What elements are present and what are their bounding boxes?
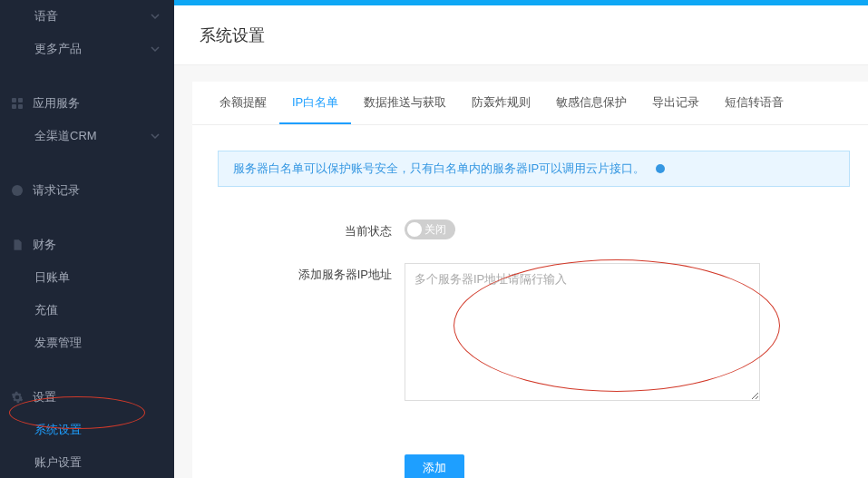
file-icon bbox=[11, 239, 24, 251]
sidebar-item-system-settings[interactable]: 系统设置 bbox=[0, 414, 174, 446]
sidebar: 语音 更多产品 应用服务 全渠道CRM 请求记录 财务 日账单 bbox=[0, 0, 174, 478]
sidebar-label: 全渠道CRM bbox=[34, 128, 97, 144]
sidebar-label: 更多产品 bbox=[34, 41, 82, 57]
sidebar-label: 财务 bbox=[33, 237, 56, 253]
sidebar-label: 请求记录 bbox=[33, 182, 80, 199]
tab-export[interactable]: 导出记录 bbox=[639, 82, 712, 124]
sidebar-label: 发票管理 bbox=[34, 335, 82, 351]
sidebar-item-more-products[interactable]: 更多产品 bbox=[0, 33, 174, 65]
submit-button[interactable]: 添加 bbox=[405, 454, 464, 478]
form-area: 当前状态 关闭 添加服务器IP地址 添加 bbox=[192, 219, 868, 478]
chevron-down-icon bbox=[151, 43, 160, 56]
sidebar-item-recharge[interactable]: 充值 bbox=[0, 294, 174, 327]
page-title: 系统设置 bbox=[200, 24, 265, 46]
tab-anti-bomb[interactable]: 防轰炸规则 bbox=[459, 82, 543, 124]
ip-label: 添加服务器IP地址 bbox=[265, 263, 392, 283]
sidebar-section-finance[interactable]: 财务 bbox=[0, 229, 174, 261]
sidebar-item-voice[interactable]: 语音 bbox=[0, 0, 174, 33]
chevron-down-icon bbox=[151, 10, 160, 24]
info-dot-icon bbox=[656, 164, 665, 173]
sidebar-label: 账户设置 bbox=[34, 454, 82, 471]
page-header: 系统设置 bbox=[174, 5, 868, 65]
gear-icon bbox=[11, 391, 24, 404]
form-row-status: 当前状态 关闭 bbox=[265, 219, 868, 239]
sidebar-label: 应用服务 bbox=[33, 95, 80, 112]
tab-sms-to-voice[interactable]: 短信转语音 bbox=[712, 82, 796, 124]
grid-icon bbox=[11, 97, 24, 110]
status-toggle[interactable]: 关闭 bbox=[405, 219, 455, 239]
sidebar-section-settings[interactable]: 设置 bbox=[0, 381, 174, 414]
sidebar-item-account-settings[interactable]: 账户设置 bbox=[0, 446, 174, 478]
sidebar-label: 设置 bbox=[33, 389, 56, 405]
sidebar-section-app-services[interactable]: 应用服务 bbox=[0, 87, 174, 120]
chevron-down-icon bbox=[151, 130, 160, 143]
tab-data-push[interactable]: 数据推送与获取 bbox=[351, 82, 459, 124]
sidebar-label: 系统设置 bbox=[34, 422, 82, 438]
ip-textarea[interactable] bbox=[405, 263, 760, 401]
sidebar-label: 语音 bbox=[34, 8, 58, 24]
tabs: 余额提醒 IP白名单 数据推送与获取 防轰炸规则 敏感信息保护 导出记录 短信转… bbox=[192, 82, 868, 125]
tab-balance-alert[interactable]: 余额提醒 bbox=[207, 82, 279, 124]
toggle-knob-icon bbox=[407, 222, 422, 237]
circle-icon bbox=[11, 184, 24, 197]
toggle-state-label: 关闭 bbox=[424, 222, 446, 238]
tab-ip-whitelist[interactable]: IP白名单 bbox=[279, 82, 351, 124]
main-area: 系统设置 余额提醒 IP白名单 数据推送与获取 防轰炸规则 敏感信息保护 导出记… bbox=[174, 5, 868, 478]
sidebar-item-daily-bill[interactable]: 日账单 bbox=[0, 261, 174, 294]
status-label: 当前状态 bbox=[265, 219, 392, 239]
form-row-ip: 添加服务器IP地址 bbox=[265, 263, 868, 404]
tab-sensitive[interactable]: 敏感信息保护 bbox=[543, 82, 639, 124]
sidebar-item-crm[interactable]: 全渠道CRM bbox=[0, 120, 174, 152]
sidebar-label: 充值 bbox=[34, 302, 58, 318]
content-card: 余额提醒 IP白名单 数据推送与获取 防轰炸规则 敏感信息保护 导出记录 短信转… bbox=[192, 82, 868, 478]
info-banner: 服务器白名单可以保护账号安全，只有白名单内的服务器IP可以调用云片接口。 bbox=[218, 151, 850, 187]
sidebar-section-request-log[interactable]: 请求记录 bbox=[0, 174, 174, 207]
sidebar-label: 日账单 bbox=[34, 269, 70, 286]
banner-text: 服务器白名单可以保护账号安全，只有白名单内的服务器IP可以调用云片接口。 bbox=[233, 161, 645, 177]
sidebar-item-invoice[interactable]: 发票管理 bbox=[0, 327, 174, 359]
